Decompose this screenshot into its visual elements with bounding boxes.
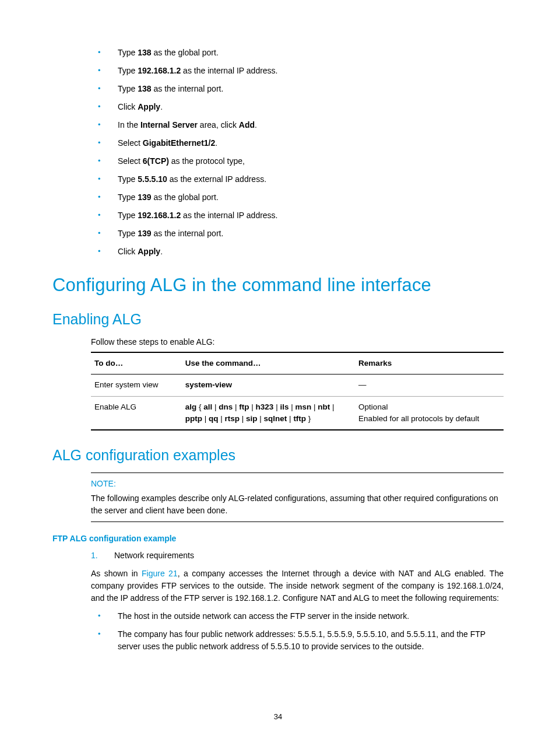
page-number: 34 (52, 711, 504, 723)
note-label: NOTE: (91, 478, 504, 490)
example-paragraph: As shown in Figure 21, a company accesse… (91, 568, 504, 604)
requirement-item: The host in the outside network can acce… (98, 610, 504, 622)
heading-alg-examples: ALG configuration examples (52, 444, 504, 467)
instruction-item: In the Internal Server area, click Add. (98, 119, 504, 131)
command-table: To do… Use the command… Remarks Enter sy… (91, 352, 504, 430)
instruction-item: Click Apply. (98, 246, 504, 258)
instruction-list: Type 138 as the global port.Type 192.168… (98, 47, 504, 258)
instruction-item: Type 139 as the global port. (98, 191, 504, 204)
heading-enabling-alg: Enabling ALG (52, 309, 504, 331)
cell-todo: Enable ALG (91, 396, 182, 430)
heading-configuring-alg: Configuring ALG in the command line inte… (52, 272, 504, 299)
note-text: The following examples describe only ALG… (91, 492, 504, 517)
heading-ftp-alg-example: FTP ALG configuration example (52, 533, 504, 545)
instruction-item: Type 5.5.5.10 as the external IP address… (98, 173, 504, 186)
th-remarks: Remarks (355, 352, 504, 374)
instruction-item: Type 139 as the internal port. (98, 228, 504, 240)
cell-remarks: OptionalEnabled for all protocols by def… (355, 396, 504, 430)
instruction-item: Click Apply. (98, 101, 504, 113)
numbered-item: 1.Network requirements (91, 550, 504, 562)
note-block: NOTE: The following examples describe on… (91, 473, 504, 522)
cell-command: alg { all | dns | ftp | h323 | ils | msn… (182, 396, 355, 430)
th-todo: To do… (91, 352, 182, 374)
cell-todo: Enter system view (91, 374, 182, 396)
instruction-item: Type 192.168.1.2 as the internal IP addr… (98, 209, 504, 222)
cell-remarks: — (355, 374, 504, 396)
instruction-item: Type 192.168.1.2 as the internal IP addr… (98, 65, 504, 77)
instruction-item: Type 138 as the global port. (98, 47, 504, 59)
th-command: Use the command… (182, 352, 355, 374)
numbered-list: 1.Network requirements (91, 550, 504, 562)
instruction-item: Select GigabitEthernet1/2. (98, 137, 504, 149)
requirements-list: The host in the outside network can acce… (98, 610, 504, 653)
intro-text: Follow these steps to enable ALG: (91, 336, 504, 348)
requirement-item: The company has four public network addr… (98, 628, 504, 653)
cell-command: system-view (182, 374, 355, 396)
instruction-item: Type 138 as the internal port. (98, 83, 504, 95)
instruction-item: Select 6(TCP) as the protocol type, (98, 155, 504, 167)
figure-link[interactable]: Figure 21 (142, 569, 178, 578)
